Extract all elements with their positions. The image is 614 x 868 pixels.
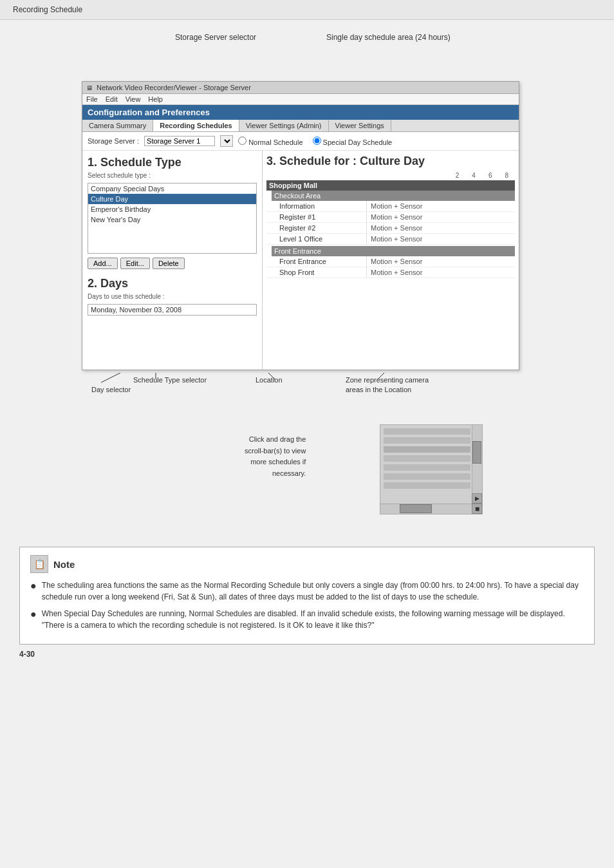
scroll-line-3 xyxy=(384,446,470,453)
menu-help[interactable]: Help xyxy=(148,95,163,103)
schedule-item-emperor[interactable]: Emperor's Birthday xyxy=(88,204,256,214)
location-schedule-register1: Motion + Sensor xyxy=(367,212,515,222)
menu-edit[interactable]: Edit xyxy=(106,95,118,103)
bullet-dot-2: ● xyxy=(30,608,37,631)
page-header: Recording Schedule xyxy=(0,0,614,20)
section1-title: 1. Schedule Type xyxy=(88,156,257,169)
note-icon: 📋 xyxy=(30,555,48,573)
svg-line-0 xyxy=(101,373,120,382)
location-row-shop-front: Shop Front Motion + Sensor xyxy=(266,267,515,278)
areas-location-label: areas in the Location xyxy=(346,386,411,393)
left-panel: 1. Schedule Type Select schedule type : … xyxy=(82,151,263,370)
main-content: Storage Server selector Single day sched… xyxy=(0,20,614,677)
app-titlebar: 🖥 Network Video Recorder/Viewer - Storag… xyxy=(82,82,519,94)
time-2: 2 xyxy=(456,172,460,179)
scroll-line-7 xyxy=(384,482,470,489)
zone-camera-label: Zone representing camera xyxy=(346,376,429,384)
vertical-scrollbar[interactable] xyxy=(472,425,482,504)
note-bullet-1: ● The scheduling area functions the same… xyxy=(30,580,584,603)
note-text-2: When Special Day Schedules are running, … xyxy=(42,608,584,631)
app-icon: 🖥 xyxy=(86,84,93,91)
scroll-line-6 xyxy=(384,473,470,480)
app-body: 1. Schedule Type Select schedule type : … xyxy=(82,151,519,370)
app-title: Network Video Recorder/Viewer - Storage … xyxy=(97,84,251,91)
normal-schedule-radio[interactable]: Normal Schedule xyxy=(238,137,302,146)
storage-row: Storage Server : Normal Schedule Special… xyxy=(82,132,519,151)
page-number: 4-30 xyxy=(19,645,595,664)
location-row-level1office: Level 1 Office Motion + Sensor xyxy=(266,234,515,245)
day-selector-label: Day selector xyxy=(91,386,131,393)
tab-viewer-settings[interactable]: Viewer Settings xyxy=(329,120,391,131)
special-day-radio[interactable]: Special Day Schedule xyxy=(313,137,393,146)
diagram-wrapper: Storage Server selector Single day sched… xyxy=(56,33,558,418)
location-row-register1: Register #1 Motion + Sensor xyxy=(266,212,515,223)
schedule-item-culture[interactable]: Culture Day xyxy=(88,194,256,204)
horizontal-scrollbar[interactable] xyxy=(380,504,472,514)
bottom-labels: Day selector Schedule Type selector Loca… xyxy=(56,373,558,418)
storage-server-label-row: Storage Server : xyxy=(88,137,139,145)
location-schedule-front-entrance: Motion + Sensor xyxy=(367,256,515,267)
storage-server-label: Storage Server selector xyxy=(175,33,256,42)
tab-recording-schedules[interactable]: Recording Schedules xyxy=(153,120,239,131)
menu-view[interactable]: View xyxy=(126,95,141,103)
schedule-item-newyear[interactable]: New Year's Day xyxy=(88,214,256,225)
scroll-line-1 xyxy=(384,428,470,435)
time-header: 2 4 6 8 xyxy=(357,172,515,179)
location-name-level1office: Level 1 Office xyxy=(277,234,367,244)
app-menubar: File Edit View Help xyxy=(82,94,519,105)
scrollbar-visual: ▶ ◼ xyxy=(380,424,483,514)
location-tree: Shopping Mall Checkout Area Information … xyxy=(266,180,515,278)
location-name-information: Information xyxy=(277,201,367,211)
location-label: Location xyxy=(256,376,283,384)
location-name-shop-front: Shop Front xyxy=(277,267,367,278)
storage-server-input[interactable] xyxy=(144,136,215,146)
location-schedule-information: Motion + Sensor xyxy=(367,201,515,211)
tab-camera-summary[interactable]: Camera Summary xyxy=(82,120,153,131)
schedule-list[interactable]: Company Special Days Culture Day Emperor… xyxy=(88,183,257,254)
storage-server-select[interactable] xyxy=(220,135,233,147)
radio-group: Normal Schedule Special Day Schedule xyxy=(238,137,392,146)
scroll-arrow-corner[interactable]: ◼ xyxy=(472,504,482,514)
tab-viewer-settings-admin[interactable]: Viewer Settings (Admin) xyxy=(239,120,329,131)
days-value: Monday, November 03, 2008 xyxy=(88,304,257,316)
scrollbar-section: Click and drag the scroll-bar(s) to view… xyxy=(19,424,595,527)
section1-subtitle: Select schedule type : xyxy=(88,172,257,179)
location-header-main: Shopping Mall xyxy=(266,180,515,191)
section3-title: 3. Schedule for : Culture Day xyxy=(266,155,515,168)
location-name-front-entrance: Front Entrance xyxy=(277,256,367,267)
scroll-line-2 xyxy=(384,437,470,444)
edit-button[interactable]: Edit... xyxy=(120,258,150,269)
delete-button[interactable]: Delete xyxy=(153,258,185,269)
location-name-register2: Register #2 xyxy=(277,223,367,233)
location-subheader-checkout: Checkout Area xyxy=(272,191,515,201)
time-4: 4 xyxy=(472,172,476,179)
add-button[interactable]: Add... xyxy=(88,258,118,269)
schedule-type-selector-label: Schedule Type selector xyxy=(133,376,207,384)
time-6: 6 xyxy=(488,172,492,179)
schedule-item-company[interactable]: Company Special Days xyxy=(88,184,256,194)
time-8: 8 xyxy=(505,172,508,179)
note-header: 📋 Note xyxy=(30,555,584,573)
section2-title: 2. Days xyxy=(88,277,257,290)
location-group-front: Front Entrance Front Entrance Motion + S… xyxy=(266,246,515,278)
days-section: 2. Days Days to use this schedule : Mond… xyxy=(88,277,257,316)
note-title: Note xyxy=(53,559,75,570)
scrollbar-label: Click and drag the scroll-bar(s) to view… xyxy=(245,434,306,479)
vertical-scroll-thumb[interactable] xyxy=(472,441,481,464)
menu-file[interactable]: File xyxy=(86,95,98,103)
top-labels: Storage Server selector Single day sched… xyxy=(56,33,558,59)
tab-bar: Camera Summary Recording Schedules Viewe… xyxy=(82,120,519,132)
scroll-line-5 xyxy=(384,464,470,471)
section2-subtitle: Days to use this schedule : xyxy=(88,293,257,300)
scroll-content xyxy=(384,428,470,501)
btn-row-schedule: Add... Edit... Delete xyxy=(88,258,257,269)
scroll-arrow-right[interactable]: ▶ xyxy=(472,493,482,504)
location-subheader-front: Front Entrance xyxy=(272,246,515,256)
note-text-1: The scheduling area functions the same a… xyxy=(42,580,584,603)
scroll-line-4 xyxy=(384,455,470,462)
location-row-register2: Register #2 Motion + Sensor xyxy=(266,223,515,234)
single-day-label: Single day schedule area (24 hours) xyxy=(326,33,451,42)
horizontal-scroll-thumb[interactable] xyxy=(400,504,432,513)
location-schedule-level1office: Motion + Sensor xyxy=(367,234,515,244)
note-bullet-2: ● When Special Day Schedules are running… xyxy=(30,608,584,631)
